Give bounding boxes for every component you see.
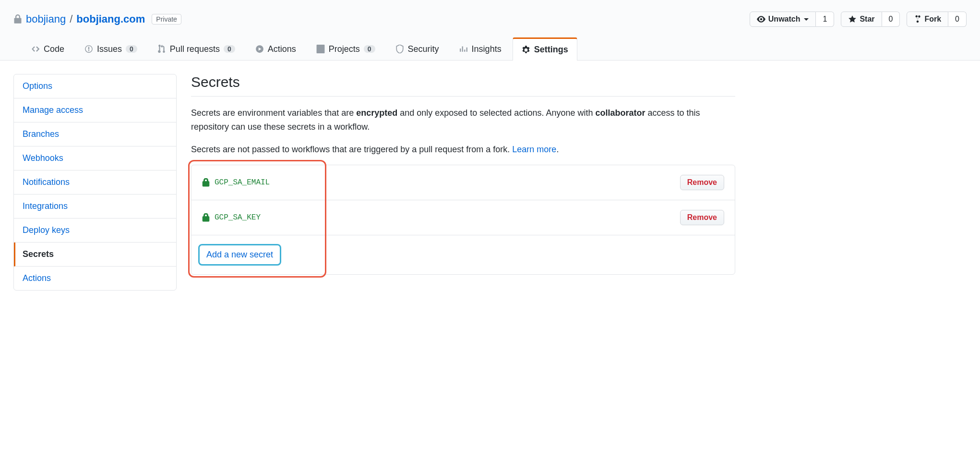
main-content: Secrets Secrets are environment variable… — [191, 74, 735, 291]
learn-more-link[interactable]: Learn more — [512, 145, 556, 154]
caret-down-icon — [804, 18, 809, 21]
page-header: bobjiang / bobjiang.com Private Unwatch … — [0, 0, 980, 61]
sidebar-item-deploy-keys[interactable]: Deploy keys — [14, 219, 176, 243]
page-title: Secrets — [191, 74, 735, 97]
tab-actions[interactable]: Actions — [246, 37, 305, 60]
tab-code[interactable]: Code — [22, 37, 73, 60]
path-separator: / — [70, 13, 72, 25]
sidebar-item-manage-access[interactable]: Manage access — [14, 98, 176, 122]
tab-security[interactable]: Security — [386, 37, 448, 60]
secret-name: GCP_SA_KEY — [202, 213, 261, 222]
sidebar-item-secrets: Secrets — [14, 243, 176, 267]
sidebar-item-branches[interactable]: Branches — [14, 122, 176, 146]
secrets-list: GCP_SA_EMAILRemoveGCP_SA_KEYRemove Add a… — [191, 165, 735, 275]
sidebar-item-integrations[interactable]: Integrations — [14, 195, 176, 219]
tab-pull-requests[interactable]: Pull requests 0 — [148, 37, 244, 60]
secrets-description-2: Secrets are not passed to workflows that… — [191, 143, 735, 157]
remove-secret-button[interactable]: Remove — [680, 175, 724, 190]
owner-link[interactable]: bobjiang — [26, 13, 66, 25]
lock-icon — [202, 213, 210, 222]
repo-title: bobjiang / bobjiang.com Private — [13, 13, 181, 25]
secret-row: GCP_SA_KEYRemove — [191, 200, 735, 235]
sidebar-item-actions[interactable]: Actions — [14, 267, 176, 290]
repo-actions: Unwatch 1 Star 0 Fork 0 — [750, 12, 967, 27]
add-secret-button[interactable]: Add a new secret — [198, 244, 281, 266]
secret-name: GCP_SA_EMAIL — [202, 178, 270, 187]
watchers-count[interactable]: 1 — [816, 12, 834, 27]
star-icon — [848, 15, 857, 24]
sidebar-item-webhooks[interactable]: Webhooks — [14, 146, 176, 170]
visibility-badge: Private — [152, 14, 181, 24]
settings-sidebar: OptionsManage accessBranchesWebhooksNoti… — [13, 74, 177, 291]
repo-link[interactable]: bobjiang.com — [76, 13, 145, 25]
fork-icon — [914, 15, 921, 24]
fork-button[interactable]: Fork — [907, 12, 948, 27]
forks-count[interactable]: 0 — [948, 12, 967, 27]
lock-icon — [202, 178, 210, 187]
tab-projects[interactable]: Projects 0 — [307, 37, 384, 60]
eye-icon — [757, 15, 765, 24]
tab-issues[interactable]: Issues 0 — [75, 37, 146, 60]
sidebar-item-notifications[interactable]: Notifications — [14, 170, 176, 195]
lock-icon — [13, 14, 22, 24]
unwatch-button[interactable]: Unwatch — [750, 12, 816, 27]
tab-settings[interactable]: Settings — [513, 37, 577, 61]
tab-insights[interactable]: Insights — [450, 37, 511, 60]
secrets-description-1: Secrets are environment variables that a… — [191, 106, 735, 134]
star-button[interactable]: Star — [841, 12, 882, 27]
secret-row: GCP_SA_EMAILRemove — [191, 165, 735, 200]
repo-nav: Code Issues 0 Pull requests 0 Actions Pr… — [13, 37, 967, 60]
remove-secret-button[interactable]: Remove — [680, 210, 724, 225]
sidebar-item-options[interactable]: Options — [14, 74, 176, 98]
stars-count[interactable]: 0 — [882, 12, 900, 27]
